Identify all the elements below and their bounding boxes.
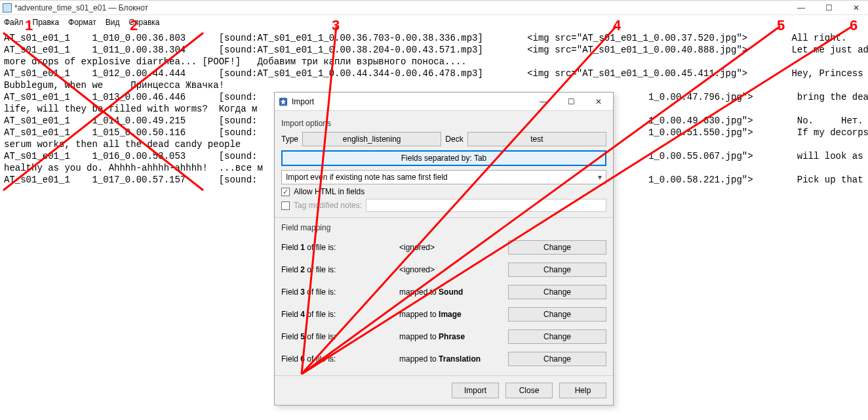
tag-modified-checkbox[interactable] [281, 201, 290, 210]
close-button-label: Close [519, 386, 540, 395]
field-label: Field 4 of file is: [281, 310, 399, 319]
import-mode-value: Import even if existing note has same fi… [286, 173, 448, 182]
annotation-4: 4 [613, 17, 621, 34]
change-button[interactable]: Change [508, 352, 606, 366]
annotation-5: 5 [777, 17, 785, 34]
notepad-titlebar[interactable]: *adventure_time_s01_e01 — Блокнот — ☐ ✕ [0, 1, 868, 15]
import-options-heading: Import options [281, 119, 606, 128]
import-mode-select[interactable]: Import even if existing note has same fi… [281, 170, 606, 184]
menu-edit[interactable]: Правка [33, 18, 60, 27]
change-button[interactable]: Change [508, 285, 606, 299]
field-mapping-value: mapped to Sound [399, 287, 508, 297]
close-button[interactable]: Close [505, 383, 553, 398]
menu-file[interactable]: Файл [4, 18, 24, 27]
fields-separated-label: Fields separated by: Tab [401, 154, 487, 163]
menu-format[interactable]: Формат [68, 18, 96, 27]
dialog-minimize-icon[interactable]: — [533, 95, 554, 108]
import-dialog: Import — ☐ ✕ Import options Type english… [274, 92, 614, 406]
deck-selector[interactable]: test [467, 132, 606, 146]
help-button-label: Help [575, 386, 591, 395]
annotation-3: 3 [332, 17, 340, 34]
field-mapping-row: Field 6 of file is:mapped to Translation… [281, 348, 606, 370]
change-button[interactable]: Change [508, 240, 606, 255]
field-mapping-row: Field 5 of file is:mapped to PhraseChang… [281, 326, 606, 348]
dialog-footer: Import Close Help [275, 375, 613, 405]
dialog-title: Import [292, 97, 533, 106]
field-label: Field 6 of file is: [281, 354, 399, 364]
field-mapping-row: Field 1 of file is:<ignored>Change [281, 236, 606, 259]
tag-modified-label: Tag modified notes: [294, 201, 362, 210]
field-mapping-list: Field 1 of file is:<ignored>ChangeField … [281, 236, 606, 370]
allow-html-label: Allow HTML in fields [294, 187, 365, 196]
minimize-icon[interactable]: — [792, 2, 810, 14]
import-button[interactable]: Import [452, 383, 499, 398]
field-mapping-value: <ignored> [399, 265, 508, 274]
change-button[interactable]: Change [508, 329, 606, 344]
dialog-close-icon[interactable]: ✕ [588, 95, 609, 108]
field-label: Field 5 of file is: [281, 332, 399, 341]
deck-value: test [530, 135, 543, 144]
field-mapping-value: mapped to Translation [399, 354, 508, 364]
dialog-titlebar[interactable]: Import — ☐ ✕ [275, 93, 613, 111]
close-icon[interactable]: ✕ [847, 2, 865, 14]
import-button-label: Import [464, 386, 486, 395]
type-value: english_listening [343, 135, 401, 144]
field-label: Field 1 of file is: [281, 243, 399, 252]
help-button[interactable]: Help [559, 383, 606, 398]
dialog-maximize-icon[interactable]: ☐ [561, 95, 582, 108]
type-selector[interactable]: english_listening [302, 132, 441, 146]
field-mapping-heading: Field mapping [281, 223, 606, 232]
annotation-6: 6 [850, 17, 858, 34]
notepad-title: *adventure_time_s01_e01 — Блокнот [14, 3, 792, 12]
annotation-2: 2 [130, 17, 138, 34]
anki-icon [279, 97, 288, 106]
field-mapping-row: Field 4 of file is:mapped to ImageChange [281, 303, 606, 326]
field-mapping-value: mapped to Image [399, 310, 508, 319]
maximize-icon[interactable]: ☐ [819, 2, 838, 14]
annotation-1: 1 [25, 17, 33, 34]
field-mapping-row: Field 3 of file is:mapped to SoundChange [281, 281, 606, 303]
field-label: Field 3 of file is: [281, 287, 399, 297]
change-button[interactable]: Change [508, 307, 606, 322]
field-mapping-value: mapped to Phrase [399, 332, 508, 341]
allow-html-checkbox[interactable] [281, 188, 290, 196]
type-label: Type [281, 135, 298, 144]
separator [275, 217, 613, 218]
menu-view[interactable]: Вид [106, 18, 120, 27]
field-label: Field 2 of file is: [281, 265, 399, 274]
change-button[interactable]: Change [508, 262, 606, 277]
field-mapping-row: Field 2 of file is:<ignored>Change [281, 259, 606, 281]
field-mapping-value: <ignored> [399, 243, 508, 252]
fields-separated-button[interactable]: Fields separated by: Tab [281, 150, 606, 166]
tag-modified-input[interactable] [366, 199, 606, 212]
deck-label: Deck [445, 135, 463, 144]
notepad-icon [3, 3, 12, 12]
